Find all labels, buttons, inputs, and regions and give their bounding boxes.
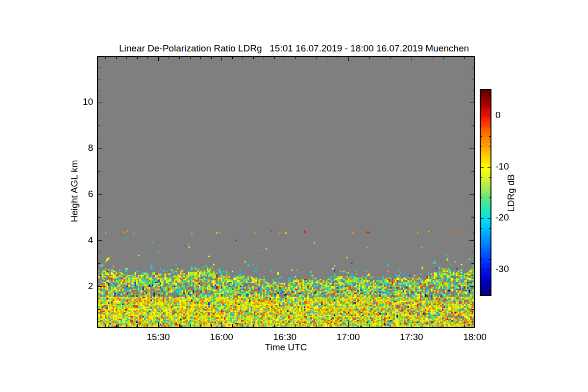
y-tick-label: 8 (64, 143, 93, 153)
colorbar-tick-label: 0 (495, 110, 501, 121)
colorbar-tick (489, 105, 490, 106)
colorbar-tick (489, 228, 490, 229)
x-tick-label: 15:30 (147, 332, 170, 343)
colorbar-tick (481, 228, 482, 229)
colorbar-tick (489, 239, 490, 239)
colorbar-title-text: LDRg dB (506, 174, 516, 212)
colorbar-tick (481, 188, 482, 188)
y-tick-label: 4 (64, 235, 93, 245)
colorbar-gradient (481, 90, 490, 295)
colorbar-tick (489, 95, 490, 96)
colorbar-tick (489, 126, 490, 126)
colorbar-tick (481, 197, 482, 198)
colorbar-tick-label: -30 (495, 264, 509, 274)
colorbar-tick (481, 249, 482, 249)
colorbar-tick (481, 270, 484, 270)
y-axis-title-text: Height AGL km (69, 160, 80, 222)
colorbar-tick-label: -20 (495, 212, 509, 223)
colorbar-tick (488, 270, 490, 270)
y-tick-label: 10 (64, 97, 93, 107)
x-tick-label: 17:30 (400, 332, 423, 343)
colorbar-tick (481, 157, 482, 157)
colorbar-tick (481, 126, 482, 126)
colorbar-tick (481, 239, 482, 239)
colorbar-tick (481, 290, 482, 291)
x-tick-label: 18:00 (463, 332, 487, 343)
colorbar-tick (481, 136, 482, 137)
colorbar-tick (481, 208, 482, 208)
colorbar-tick (489, 197, 490, 198)
chart-title: Linear De-Polarization Ratio LDRg 15:01 … (0, 43, 588, 54)
colorbar-tick-label: -10 (495, 161, 509, 172)
y-tick-label: 2 (64, 281, 93, 292)
colorbar-tick (489, 188, 490, 188)
colorbar-tick (481, 95, 482, 96)
colorbar-tick (481, 259, 482, 260)
colorbar-tick (489, 290, 490, 291)
colorbar-tick (489, 259, 490, 260)
colorbar-tick (489, 208, 490, 208)
colorbar-tick (481, 177, 482, 178)
colorbar-tick (489, 136, 490, 137)
colorbar-tick (488, 218, 490, 219)
colorbar-tick (481, 147, 482, 147)
x-tick-label: 16:30 (273, 332, 297, 343)
colorbar-tick (489, 157, 490, 157)
x-tick-label: 17:00 (337, 332, 360, 343)
heatmap-plot-canvas (97, 56, 475, 328)
colorbar-tick (481, 105, 482, 106)
colorbar-tick (489, 177, 490, 178)
colorbar-tick (489, 147, 490, 147)
colorbar-tick (481, 280, 482, 280)
colorbar-tick (481, 167, 484, 168)
colorbar-tick (481, 218, 484, 219)
colorbar-tick (488, 116, 490, 116)
colorbar-tick (489, 280, 490, 280)
x-axis-title: Time UTC (97, 342, 475, 353)
colorbar-tick (489, 249, 490, 249)
colorbar (480, 89, 491, 296)
colorbar-tick (488, 167, 490, 168)
colorbar-tick (481, 116, 484, 116)
x-tick-label: 16:00 (210, 332, 233, 343)
figure-root: Linear De-Polarization Ratio LDRg 15:01 … (0, 0, 588, 392)
